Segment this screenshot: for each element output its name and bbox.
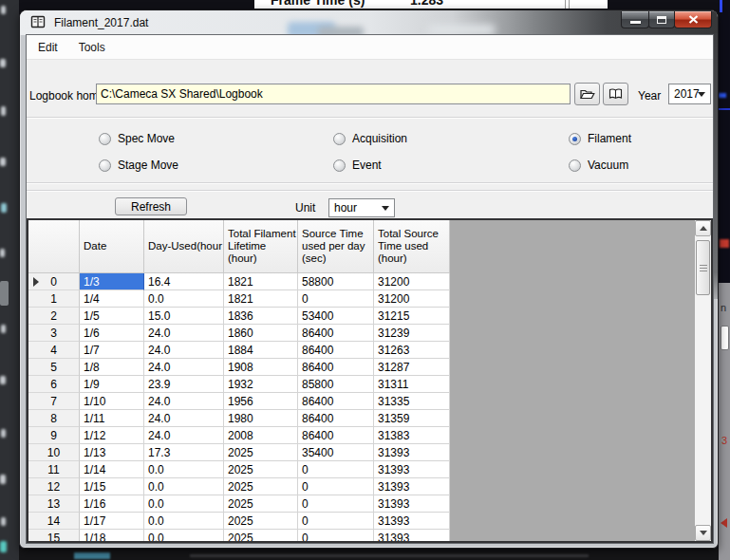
scroll-up-button[interactable] <box>695 220 711 236</box>
table-cell[interactable]: 1/8 <box>80 359 144 376</box>
table-cell[interactable]: 24.0 <box>144 359 224 376</box>
row-header[interactable]: 1 <box>28 290 80 308</box>
year-dropdown[interactable]: 2017 <box>668 84 711 104</box>
table-cell[interactable]: 0.0 <box>144 513 224 530</box>
radio-acquisition[interactable]: Acquisition <box>333 132 407 145</box>
table-cell[interactable]: 31393 <box>374 495 450 513</box>
title-bar[interactable]: Filament_2017.dat <box>20 10 718 35</box>
table-cell[interactable]: 2025 <box>224 461 298 478</box>
table-cell[interactable]: 0 <box>298 495 374 513</box>
unit-dropdown[interactable]: hour <box>328 198 395 217</box>
table-cell[interactable]: 24.0 <box>144 427 224 444</box>
table-cell[interactable]: 0.0 <box>144 478 224 495</box>
table-cell[interactable]: 15.0 <box>144 308 224 325</box>
table-cell[interactable]: 23.9 <box>144 376 224 393</box>
refresh-button[interactable]: Refresh <box>115 197 187 215</box>
table-cell[interactable]: 2025 <box>224 495 298 513</box>
table-cell[interactable]: 2025 <box>224 513 298 530</box>
table-cell[interactable]: 86400 <box>298 410 374 427</box>
table-cell[interactable]: 31335 <box>374 393 450 410</box>
table-cell[interactable]: 31239 <box>374 325 450 342</box>
row-header[interactable]: 2 <box>28 308 80 325</box>
row-header[interactable]: 0 <box>28 273 80 290</box>
table-cell[interactable]: 1/17 <box>80 513 144 530</box>
logbook-home-input[interactable]: C:\Cameca SX Shared\Logbook <box>96 84 571 104</box>
row-header[interactable]: 14 <box>28 513 80 530</box>
column-header[interactable]: Day-Used(hour <box>144 220 224 273</box>
table-cell[interactable]: 1/4 <box>80 290 144 308</box>
vertical-scrollbar[interactable] <box>695 220 711 541</box>
table-cell[interactable]: 86400 <box>298 427 374 444</box>
table-cell[interactable]: 16.4 <box>144 273 224 290</box>
radio-filament[interactable]: Filament <box>569 132 631 145</box>
logbook-button[interactable] <box>603 83 628 105</box>
column-header[interactable]: Total Filament Lifetime (hour) <box>224 220 298 273</box>
table-cell[interactable]: 53400 <box>298 308 374 325</box>
table-cell[interactable]: 1/18 <box>80 530 144 543</box>
row-header[interactable]: 7 <box>28 393 80 410</box>
table-cell[interactable]: 2008 <box>224 427 298 444</box>
column-header[interactable]: Date <box>80 220 144 273</box>
table-cell[interactable]: 1/16 <box>80 495 144 513</box>
row-header[interactable]: 3 <box>28 325 80 342</box>
table-cell[interactable]: 0.0 <box>144 290 224 308</box>
table-cell[interactable]: 0.0 <box>144 461 224 478</box>
table-cell[interactable]: 31263 <box>374 342 450 359</box>
table-cell[interactable]: 0 <box>298 478 374 495</box>
table-cell[interactable]: 31393 <box>374 530 450 543</box>
table-cell[interactable]: 0 <box>298 461 374 478</box>
table-cell[interactable]: 2025 <box>224 444 298 461</box>
table-cell[interactable]: 35400 <box>298 444 374 461</box>
table-cell[interactable]: 1980 <box>224 410 298 427</box>
table-cell[interactable]: 2025 <box>224 478 298 495</box>
row-header[interactable]: 4 <box>28 342 80 359</box>
table-cell[interactable]: 31393 <box>374 444 450 461</box>
table-cell[interactable]: 1821 <box>224 273 298 290</box>
row-header[interactable]: 13 <box>28 495 80 513</box>
table-cell[interactable]: 58800 <box>298 273 374 290</box>
radio-vacuum[interactable]: Vacuum <box>569 159 628 172</box>
table-cell[interactable]: 17.3 <box>144 444 224 461</box>
row-header[interactable]: 9 <box>28 427 80 444</box>
table-cell[interactable]: 1/6 <box>80 325 144 342</box>
table-cell[interactable]: 1/14 <box>80 461 144 478</box>
table-cell[interactable]: 1/12 <box>80 427 144 444</box>
menu-tools[interactable]: Tools <box>69 37 115 58</box>
table-cell[interactable]: 31393 <box>374 513 450 530</box>
table-cell[interactable]: 31287 <box>374 359 450 376</box>
menu-edit[interactable]: Edit <box>28 37 67 58</box>
row-header[interactable]: 5 <box>28 359 80 376</box>
table-cell[interactable]: 31359 <box>374 410 450 427</box>
browse-folder-button[interactable] <box>574 83 600 105</box>
minimize-button[interactable] <box>621 11 649 28</box>
table-cell[interactable]: 1932 <box>224 376 298 393</box>
column-header[interactable]: Total Source Time used (hour) <box>374 220 450 273</box>
table-cell[interactable]: 31383 <box>374 427 450 444</box>
table-cell[interactable]: 1/13 <box>80 444 144 461</box>
table-cell[interactable]: 0 <box>298 513 374 530</box>
radio-stage-move[interactable]: Stage Move <box>99 159 178 172</box>
scroll-down-button[interactable] <box>695 525 711 541</box>
table-cell[interactable]: 1860 <box>224 325 298 342</box>
table-cell[interactable]: 31215 <box>374 308 450 325</box>
table-cell[interactable]: 2025 <box>224 530 298 543</box>
table-cell[interactable]: 31200 <box>374 273 450 290</box>
table-cell[interactable]: 1/7 <box>80 342 144 359</box>
scrollbar-thumb[interactable] <box>696 240 710 295</box>
row-header[interactable]: 12 <box>28 478 80 495</box>
table-cell[interactable]: 1/9 <box>80 376 144 393</box>
row-header[interactable]: 15 <box>28 530 80 543</box>
table-cell[interactable]: 86400 <box>298 325 374 342</box>
table-cell[interactable]: 31393 <box>374 478 450 495</box>
table-cell[interactable]: 0 <box>298 530 374 543</box>
table-cell[interactable]: 24.0 <box>144 393 224 410</box>
column-header[interactable]: Source Time used per day (sec) <box>298 220 374 273</box>
table-cell[interactable]: 1884 <box>224 342 298 359</box>
table-cell[interactable]: 31393 <box>374 461 450 478</box>
table-cell[interactable]: 86400 <box>298 342 374 359</box>
table-cell[interactable]: 86400 <box>298 359 374 376</box>
table-cell[interactable]: 24.0 <box>144 342 224 359</box>
table-cell[interactable]: 1/3 <box>80 273 144 290</box>
maximize-button[interactable] <box>648 11 675 28</box>
table-cell[interactable]: 0.0 <box>144 495 224 513</box>
